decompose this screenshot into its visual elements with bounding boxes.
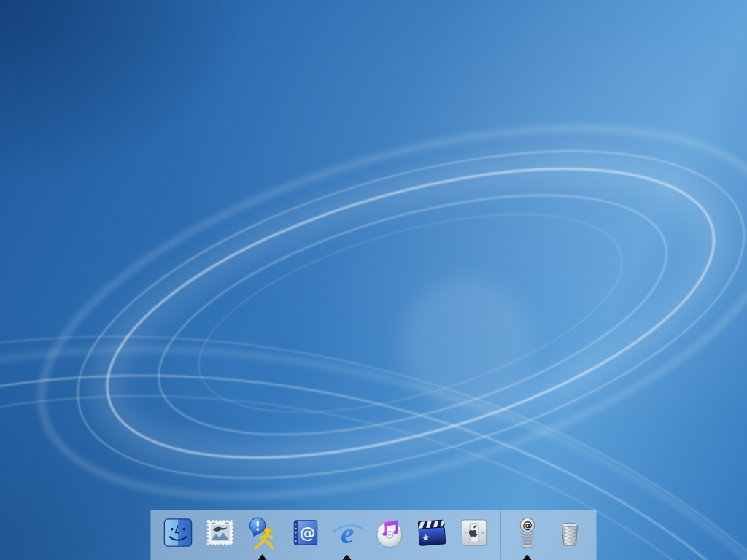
- trash-icon: [552, 516, 587, 550]
- svg-text:@: @: [299, 524, 315, 542]
- running-indicator: [343, 554, 352, 560]
- dock-item-at-spring-dockling[interactable]: @: [506, 510, 549, 560]
- dock-item-aim[interactable]: [241, 510, 284, 560]
- dock-item-address-book[interactable]: @: [284, 510, 326, 560]
- dock-item-finder[interactable]: [157, 510, 199, 560]
- system-preferences-icon: [457, 516, 491, 550]
- running-indicator: [258, 554, 267, 560]
- finder-icon: [160, 516, 195, 550]
- dock-item-itunes[interactable]: [368, 510, 411, 560]
- dock-item-imovie[interactable]: [411, 510, 453, 560]
- dock: @e @: [151, 510, 597, 560]
- svg-text:e: e: [340, 516, 353, 550]
- address-book-icon: @: [287, 516, 322, 550]
- dock-item-internet-explorer[interactable]: e: [326, 510, 368, 560]
- internet-explorer-icon: e: [330, 516, 364, 550]
- desktop[interactable]: @e @: [0, 0, 747, 560]
- imovie-clapper-icon: [414, 516, 449, 550]
- wallpaper-swirl-graphic: [0, 0, 747, 560]
- running-indicator: [523, 554, 532, 560]
- svg-text:@: @: [522, 519, 533, 531]
- dock-others-section: @: [506, 510, 591, 560]
- dock-apps-section: @e: [157, 510, 495, 560]
- dock-divider: [500, 511, 501, 559]
- at-spring-icon: @: [510, 516, 544, 550]
- dock-item-system-preferences[interactable]: [453, 510, 495, 560]
- dock-item-trash[interactable]: [549, 510, 591, 560]
- aim-messenger-icon: [245, 516, 279, 550]
- mail-stamp-icon: [203, 516, 237, 550]
- dock-item-mail[interactable]: [199, 510, 241, 560]
- itunes-cd-icon: [372, 516, 406, 550]
